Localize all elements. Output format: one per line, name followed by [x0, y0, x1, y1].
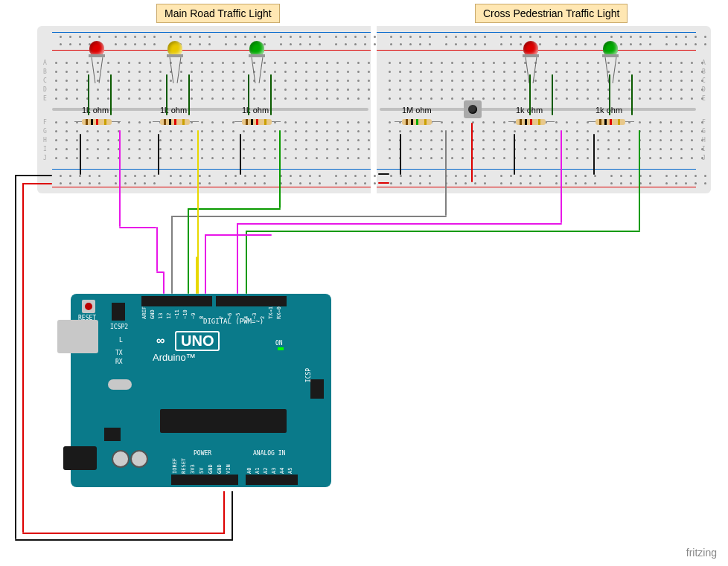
- digital-header-left-icon: [141, 296, 212, 306]
- wire-bb-1: [88, 74, 89, 115]
- crystal-icon: [108, 379, 132, 390]
- led-cross-red: [523, 41, 539, 57]
- vreg-icon: [104, 428, 121, 441]
- wire-bb-5: [248, 74, 249, 115]
- atmega-chip-icon: [160, 409, 287, 433]
- main-road-label: Main Road Traffic Light: [156, 4, 280, 23]
- analog-header-icon: [246, 475, 298, 485]
- resistor-4: 1M ohm: [402, 119, 432, 125]
- wire-bb-4: [188, 74, 190, 115]
- power-header-icon: [171, 475, 238, 485]
- uno-badge: UNO: [175, 331, 220, 351]
- usb-port-icon: [57, 320, 98, 353]
- push-button: [464, 100, 482, 118]
- wire-gnd-6: [593, 134, 595, 175]
- wire-gnd-4: [400, 134, 401, 175]
- led-main-green: [249, 41, 265, 57]
- wire-gnd-2: [158, 134, 159, 175]
- wire-gnd-3: [240, 134, 241, 175]
- wire-bb-3: [166, 74, 167, 115]
- resistor-3: 1k ohm: [242, 119, 272, 125]
- wire-vcc-btn: [471, 123, 473, 182]
- credit-label: fritzing: [686, 547, 717, 559]
- wire-gnd-1: [80, 134, 81, 175]
- led-main-red: [89, 41, 105, 57]
- wire-vccrail-bridge: [378, 182, 389, 184]
- cross-pedestrian-label: Cross Pedestrian Traffic Light: [475, 4, 628, 23]
- arduino-brand-label: Arduino™: [153, 352, 196, 363]
- wire-bb-8: [552, 74, 553, 115]
- wire-bb-2: [110, 74, 112, 115]
- reset-button: [82, 300, 95, 313]
- arduino-uno: RESET ICSP2 DIGITAL (PWM=~) AREFGND1312~…: [71, 294, 331, 487]
- led-main-yellow: [167, 41, 183, 57]
- wire-bb-6: [270, 74, 272, 115]
- capacitor-2-icon: [130, 450, 148, 468]
- digital-header-right-icon: [216, 296, 287, 306]
- power-jack-icon: [63, 446, 97, 470]
- wire-bb-9: [609, 74, 610, 115]
- resistor-5: 1k ohm: [516, 119, 546, 125]
- wire-gnd-5: [514, 134, 515, 175]
- led-cross-green: [603, 41, 619, 57]
- capacitor-1-icon: [112, 450, 130, 468]
- wire-bb-7: [529, 74, 531, 115]
- wire-gndrail-bridge: [378, 173, 389, 175]
- resistor-2: 1k ohm: [160, 119, 190, 125]
- wire-bb-10: [631, 74, 633, 115]
- resistor-6: 1k ohm: [596, 119, 625, 125]
- resistor-1: 1k ohm: [82, 119, 112, 125]
